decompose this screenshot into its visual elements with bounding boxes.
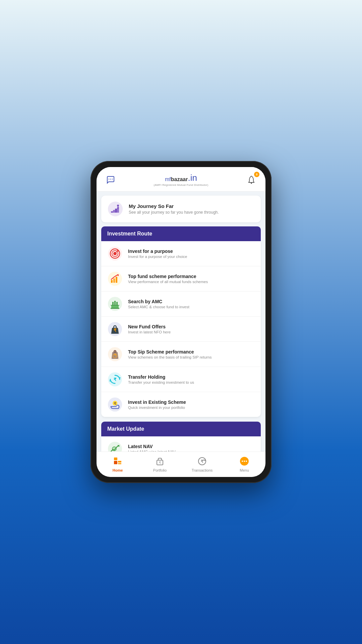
portfolio-label: Portfolio [153, 468, 167, 472]
top-fund-title: Top fund scheme performance [128, 274, 208, 279]
investment-route-header: Investment Route [101, 226, 261, 241]
chat-button[interactable] [104, 173, 117, 186]
svg-rect-22 [116, 277, 117, 283]
top-fund-icon [107, 271, 123, 286]
svg-point-0 [109, 179, 109, 179]
app-logo: mfbazaar.in (AMFI Registered Mutual Fund… [154, 173, 208, 186]
phone-device: mfbazaar.in (AMFI Registered Mutual Fund… [90, 161, 272, 483]
existing-scheme-icon: ₹ [107, 397, 123, 412]
journey-text: My Journey So Far See all your journey s… [129, 203, 219, 215]
svg-rect-28 [111, 308, 119, 309]
sip-text: Top Sip Scheme performance View schemes … [128, 349, 212, 359]
transactions-label: Transactions [192, 468, 213, 472]
existing-scheme-title: Invest in Existing Scheme [128, 399, 186, 405]
invest-purpose-desc: Invest for a purpose of your choice [128, 255, 187, 259]
sip-title: Top Sip Scheme performance [128, 349, 212, 355]
sip-desc: View schemes on the basis of trailing SI… [128, 355, 212, 359]
market-update-section: Market Update [97, 422, 265, 451]
svg-rect-21 [113, 278, 115, 283]
svg-rect-52 [114, 461, 117, 464]
investment-route-section: Investment Route [97, 226, 265, 417]
svg-rect-27 [116, 302, 118, 305]
investment-route-list: Invest for a purpose Invest for a purpos… [101, 241, 261, 417]
svg-rect-26 [114, 301, 116, 305]
svg-text:₹: ₹ [114, 328, 117, 333]
top-fund-item[interactable]: Top fund scheme performance View perform… [101, 266, 261, 291]
svg-rect-5 [111, 211, 113, 213]
sip-item[interactable]: ₹ Top Sip Scheme performance View scheme… [101, 342, 261, 367]
latest-nav-text: Latest NAV Listed AMC wise latest NAV [128, 444, 176, 451]
bottom-navigation: Home ₹ Portfolio ₹ [97, 451, 265, 477]
nav-transactions[interactable]: ₹ Transactions [181, 452, 223, 474]
market-update-list: Latest NAV Listed AMC wise latest NAV [101, 436, 261, 451]
app-header: mfbazaar.in (AMFI Registered Mutual Fund… [97, 167, 265, 192]
existing-scheme-item[interactable]: ₹ Invest in Existing Scheme Quick invest… [101, 392, 261, 417]
svg-text:₹: ₹ [159, 461, 161, 465]
logo-bazaar-text: bazaar [171, 176, 188, 182]
nav-menu[interactable]: Menu [223, 452, 265, 474]
svg-rect-53 [118, 461, 121, 463]
search-amc-icon [107, 296, 123, 312]
sip-icon: ₹ [107, 346, 123, 362]
logo-subtitle: (AMFI Registered Mutual Fund Distributor… [154, 183, 208, 186]
invest-purpose-icon [107, 246, 123, 261]
transactions-icon: ₹ [196, 455, 208, 467]
top-fund-text: Top fund scheme performance View perform… [128, 274, 208, 284]
svg-rect-20 [111, 280, 113, 283]
svg-point-17 [113, 252, 117, 255]
phone-screen: mfbazaar.in (AMFI Registered Mutual Fund… [97, 167, 265, 477]
search-amc-text: Search by AMC Select AMC & choose fund t… [128, 299, 189, 309]
svg-rect-7 [115, 209, 117, 213]
journey-icon [107, 201, 123, 217]
invest-purpose-title: Invest for a purpose [128, 249, 187, 254]
svg-point-2 [112, 179, 113, 179]
market-update-title: Market Update [107, 426, 144, 432]
transfer-text: Transfer Holding Transfer your existing … [128, 374, 194, 384]
market-update-header: Market Update [101, 422, 261, 436]
svg-rect-6 [113, 210, 115, 213]
home-label: Home [113, 468, 123, 472]
transfer-title: Transfer Holding [128, 374, 194, 380]
menu-label: Menu [240, 468, 249, 472]
scroll-content: My Journey So Far See all your journey s… [97, 192, 265, 451]
home-icon [112, 455, 124, 467]
transfer-item[interactable]: ₹ Transfer Holding Transfer your existin… [101, 367, 261, 392]
portfolio-icon: ₹ [154, 455, 166, 467]
search-amc-desc: Select AMC & choose fund to invest [128, 305, 189, 309]
latest-nav-title: Latest NAV [128, 444, 176, 449]
notification-badge: 0 [254, 172, 259, 177]
top-fund-desc: View performance of all mutual funds sch… [128, 280, 208, 284]
search-amc-item[interactable]: Search by AMC Select AMC & choose fund t… [101, 291, 261, 317]
svg-point-62 [244, 461, 245, 462]
nav-portfolio[interactable]: ₹ Portfolio [139, 452, 181, 474]
invest-purpose-text: Invest for a purpose Invest for a purpos… [128, 249, 187, 259]
nav-home[interactable]: Home [97, 452, 139, 474]
latest-nav-item[interactable]: Latest NAV Listed AMC wise latest NAV [101, 436, 261, 451]
svg-point-61 [242, 461, 243, 462]
nfo-title: New Fund Offers [128, 324, 171, 329]
svg-point-3 [251, 183, 252, 184]
nfo-icon: ₹ [107, 321, 123, 337]
search-amc-title: Search by AMC [128, 299, 189, 304]
transfer-desc: Transfer your existing investment to us [128, 380, 194, 384]
svg-point-63 [246, 461, 247, 462]
investment-route-title: Investment Route [107, 231, 152, 236]
nfo-item[interactable]: ₹ New Fund Offers Invest in latest NFO h… [101, 317, 261, 342]
svg-point-1 [110, 179, 111, 179]
transfer-icon: ₹ [107, 372, 123, 387]
logo-mf-text: mf [165, 176, 171, 182]
journey-card[interactable]: My Journey So Far See all your journey s… [101, 196, 261, 222]
svg-point-9 [117, 205, 119, 207]
existing-scheme-desc: Quick investment in your portfolio [128, 406, 186, 410]
nfo-desc: Invest in latest NFO here [128, 330, 171, 334]
svg-text:₹: ₹ [201, 459, 203, 464]
invest-purpose-item[interactable]: Invest for a purpose Invest for a purpos… [101, 241, 261, 266]
svg-rect-54 [118, 463, 121, 464]
svg-rect-25 [112, 302, 114, 305]
svg-rect-55 [114, 458, 117, 460]
svg-text:₹: ₹ [114, 377, 117, 382]
notification-button[interactable]: 0 [245, 173, 258, 186]
latest-nav-icon [107, 441, 123, 451]
logo-in-text: .in [188, 173, 197, 183]
existing-scheme-text: Invest in Existing Scheme Quick investme… [128, 399, 186, 410]
